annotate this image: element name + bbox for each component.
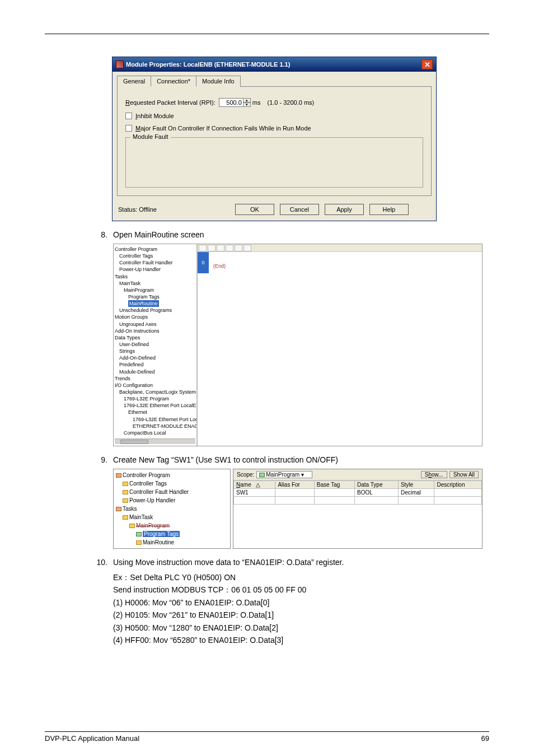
cell-desc[interactable] <box>434 488 482 496</box>
showall-button[interactable]: Show All <box>449 471 479 478</box>
dialog-titlebar: Module Properties: LocalENB (ETHERNET-MO… <box>113 57 436 72</box>
tree-item[interactable]: I/O Configuration <box>115 382 195 389</box>
spinner-down-icon[interactable]: ▼ <box>243 102 251 107</box>
tree-item[interactable]: Data Types <box>115 334 195 341</box>
tree-item[interactable]: MainTask <box>116 513 228 521</box>
tree-item[interactable]: Tasks <box>116 505 228 513</box>
cell-base[interactable] <box>314 488 354 496</box>
tree-item[interactable]: Controller Tags <box>116 479 228 488</box>
tree-item[interactable]: MainRoutine <box>116 538 228 547</box>
page-footer: DVP-PLC Application Manual 69 <box>45 731 489 743</box>
tree-item[interactable]: User-Defined <box>115 341 195 348</box>
project-tree-2[interactable]: Controller ProgramController TagsControl… <box>113 469 231 549</box>
inhibit-label: Inhibit Module <box>135 113 174 119</box>
help-button[interactable]: Help <box>369 204 409 215</box>
footer-title: DVP-PLC Application Manual <box>45 734 139 743</box>
tool-icon[interactable] <box>199 245 207 251</box>
tree-item[interactable]: 1769-L32E Ethernet Port LocalENB <box>115 416 195 423</box>
tool-icon[interactable] <box>226 245 233 251</box>
tree-item[interactable]: Controller Fault Handler <box>116 488 228 496</box>
tree-item[interactable]: Power-Up Handler <box>115 266 195 273</box>
tree-item[interactable]: Trends <box>115 375 195 382</box>
tree-item[interactable]: Controller Program <box>115 246 195 253</box>
cell-style[interactable]: Decimal <box>398 488 434 496</box>
cell-alias[interactable] <box>275 488 314 496</box>
tree-item[interactable]: MainTask <box>115 280 195 287</box>
tree-item[interactable]: 1769-L32E Ethernet Port LocalENB <box>115 402 195 409</box>
tree-item[interactable]: MainRoutine <box>115 300 195 307</box>
majorfault-checkbox[interactable] <box>125 125 132 132</box>
step-8-text: Open MainRoutine screen <box>113 230 204 239</box>
tree-item[interactable]: Predefined <box>115 361 195 368</box>
rpi-input[interactable] <box>219 98 243 107</box>
tree-item[interactable]: Program Tags <box>116 530 228 538</box>
column-header[interactable]: Name △ <box>234 480 275 488</box>
rung-number[interactable]: 0 <box>198 252 209 273</box>
spinner-up-icon[interactable]: ▲ <box>243 98 251 102</box>
tree-item[interactable]: Add-On-Defined <box>115 354 195 361</box>
tree-item[interactable]: Motion Groups <box>115 314 195 320</box>
tree-item[interactable]: Tasks <box>115 273 195 280</box>
rpi-spinner[interactable]: ▲ ▼ <box>243 98 251 107</box>
tag-table-panel: Scope: MainProgram ▾ Show... Show All Na… <box>233 469 483 549</box>
tree-item[interactable]: Module-Defined <box>115 368 195 375</box>
cell-name[interactable]: SW1 <box>234 488 275 496</box>
scope-dropdown[interactable]: MainProgram ▾ <box>256 471 312 478</box>
column-header[interactable]: Data Type <box>355 480 399 488</box>
close-icon[interactable]: ✕ <box>421 59 433 69</box>
apply-button[interactable]: Apply <box>325 204 364 215</box>
tree-item[interactable]: MainProgram <box>116 521 228 530</box>
project-tree[interactable]: Controller ProgramController TagsControl… <box>114 244 198 446</box>
tab-connection[interactable]: Connection* <box>151 76 196 87</box>
tree-item[interactable]: ETHERNET-MODULE ENA01EIP <box>115 423 195 430</box>
ok-button[interactable]: OK <box>235 204 274 215</box>
tool-icon[interactable] <box>235 245 242 251</box>
majorfault-label: Major Fault On Controller If Connection … <box>135 125 311 132</box>
tree-scrollbar[interactable] <box>115 438 195 444</box>
tool-icon[interactable] <box>217 245 224 251</box>
body-line: Send instruction MODBUS TCP：06 01 05 05 … <box>113 584 489 596</box>
dialog-title: Module Properties: LocalENB (ETHERNET-MO… <box>126 61 290 68</box>
step-9: 9. Create New Tag “SW1” (Use SW1 to cont… <box>92 455 489 464</box>
tab-general[interactable]: General <box>117 76 151 87</box>
dialog-footer: Status: Offline OK Cancel Apply Help <box>113 200 436 221</box>
majorfault-row: Major Fault On Controller If Connection … <box>125 125 423 132</box>
tool-icon[interactable] <box>243 245 251 251</box>
tab-module-info[interactable]: Module Info <box>196 76 240 87</box>
cancel-button[interactable]: Cancel <box>280 204 319 215</box>
tree-item[interactable]: 1769-L32E Program <box>115 395 195 402</box>
column-header[interactable]: Style <box>398 480 434 488</box>
column-header[interactable]: Base Tag <box>314 480 354 488</box>
tree-item[interactable]: Unscheduled Programs <box>115 307 195 314</box>
inhibit-checkbox[interactable] <box>125 113 132 119</box>
column-header[interactable]: Description <box>434 480 482 488</box>
tree-item[interactable]: Program Tags <box>115 293 195 300</box>
tree-item[interactable]: Backplane, CompactLogix System <box>115 389 195 395</box>
tool-icon[interactable] <box>208 245 216 251</box>
rung-end: (End) <box>209 252 482 280</box>
step-9-text: Create New Tag “SW1” (Use SW1 to control… <box>113 455 338 464</box>
tree-item[interactable]: Controller Program <box>116 471 228 479</box>
tabs: General Connection* Module Info <box>113 72 436 86</box>
cell-type[interactable]: BOOL <box>355 488 399 496</box>
body-line: Ex：Set Delta PLC Y0 (H0500) ON <box>113 571 489 584</box>
tree-item[interactable]: Power-Up Handler <box>116 496 228 505</box>
table-row <box>234 496 482 504</box>
ladder-toolbar <box>198 244 482 252</box>
column-header[interactable]: Alias For <box>275 480 314 488</box>
tree-item[interactable]: Strings <box>115 348 195 354</box>
module-properties-dialog: Module Properties: LocalENB (ETHERNET-MO… <box>112 57 437 221</box>
tree-item[interactable]: CompactBus Local <box>115 430 195 436</box>
show-button[interactable]: Show... <box>421 471 447 478</box>
tree-item[interactable]: Ethernet <box>115 409 195 416</box>
tree-item[interactable]: Add-On Instructions <box>115 328 195 334</box>
app-icon <box>116 60 124 68</box>
tree-item[interactable]: Ungrouped Axes <box>115 321 195 328</box>
tag-grid[interactable]: Name △Alias ForBase TagData TypeStyleDes… <box>233 480 482 505</box>
step-10-text: Using Move instruction move data to “ENA… <box>113 558 344 567</box>
tree-item[interactable]: MainProgram <box>115 287 195 293</box>
tree-item[interactable]: Controller Fault Handler <box>115 259 195 266</box>
tree-item[interactable]: Controller Tags <box>115 253 195 259</box>
ladder-editor: 0 (End) <box>198 244 482 446</box>
inhibit-row: Inhibit Module <box>125 113 423 119</box>
